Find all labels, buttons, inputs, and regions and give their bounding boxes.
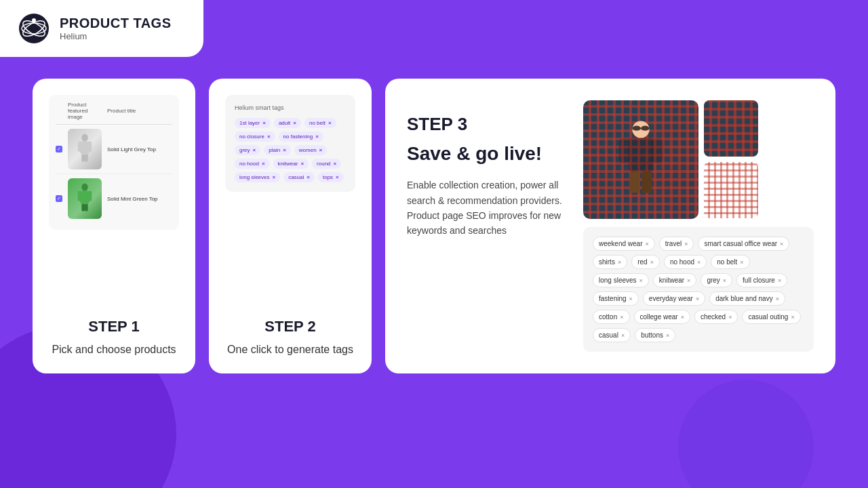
result-tag: dark blue and navy× [709, 291, 785, 306]
product-image-green [68, 178, 102, 219]
svg-rect-9 [81, 154, 85, 161]
product-tags-title: PRODUCT TAGS [60, 16, 172, 31]
result-tags-container: weekend wear×travel×smart casual office … [583, 227, 814, 352]
step2-card: Helium smart tags 1st layer×adult×no bel… [209, 79, 372, 373]
main-content: Product featured image Product title [0, 57, 868, 395]
silhouette-grey [75, 133, 94, 165]
product-name-1: Solid Light Grey Top [107, 146, 172, 152]
result-tag: shirts× [593, 255, 627, 269]
step2-tag: no closure× [235, 131, 275, 142]
step2-tag: 1st layer× [235, 118, 271, 128]
header: PRODUCT TAGS Helium [0, 0, 203, 57]
step2-tag: knitwear× [273, 159, 309, 169]
step2-tags-container: 1st layer×adult×no belt×no closure×no fa… [235, 118, 346, 182]
svg-rect-15 [81, 203, 85, 211]
svg-point-11 [81, 184, 87, 191]
svg-rect-12 [80, 191, 89, 204]
smart-tags-title: Helium smart tags [235, 104, 346, 111]
svg-point-23 [632, 125, 641, 130]
result-tag: everyday wear× [643, 291, 705, 306]
table-header: Product featured image Product title [56, 102, 172, 125]
step2-tag: long sleeves× [235, 172, 280, 182]
step2-tag: tops× [318, 172, 344, 182]
svg-rect-16 [85, 203, 88, 211]
step3-card: STEP 3 Save & go live! Enable collection… [385, 79, 835, 373]
svg-point-5 [81, 134, 87, 142]
svg-rect-20 [652, 138, 663, 163]
smart-tags-box: Helium smart tags 1st layer×adult×no bel… [225, 95, 355, 192]
step1-description: Pick and choose products [52, 342, 176, 357]
result-tag: red× [631, 255, 660, 269]
step2-tag: grey× [235, 145, 260, 155]
helium-logo-icon [16, 11, 52, 46]
svg-rect-10 [85, 154, 88, 161]
step2-tag: round× [312, 159, 341, 169]
svg-rect-8 [88, 142, 92, 152]
svg-rect-18 [629, 138, 653, 171]
header-text: PRODUCT TAGS Helium [60, 16, 172, 41]
result-tag: buttons× [635, 328, 675, 342]
product-photos [583, 100, 814, 219]
result-tag: casual× [593, 328, 631, 342]
col-title-header: Product title [107, 108, 172, 114]
step2-label: STEP 2 [227, 318, 353, 336]
step3-text: STEP 3 Save & go live! Enable collection… [407, 100, 567, 239]
step2-tag: plain× [264, 145, 291, 155]
step2-tag: no fastening× [279, 131, 323, 142]
result-tag: casual outing× [742, 310, 800, 324]
brand-name: Helium [60, 31, 172, 41]
product-photo-side [704, 100, 758, 219]
step3-label: STEP 3 [407, 114, 567, 135]
step2-tag: no hood× [235, 159, 270, 169]
product-checkbox-1[interactable] [56, 146, 62, 152]
product-image-grey [68, 129, 102, 169]
svg-rect-14 [88, 191, 92, 201]
table-row: Solid Light Grey Top [56, 125, 172, 174]
result-tag: smart casual office wear× [698, 237, 789, 251]
svg-rect-7 [78, 142, 82, 152]
product-name-2: Solid Mint Green Top [107, 196, 172, 202]
result-tag: cotton× [593, 310, 630, 324]
svg-point-24 [641, 125, 650, 130]
svg-rect-19 [619, 138, 630, 163]
svg-rect-22 [642, 171, 652, 193]
svg-rect-6 [80, 142, 89, 155]
product-photo-main [583, 100, 698, 219]
svg-rect-13 [78, 191, 82, 201]
figure-main [610, 119, 671, 201]
step1-text-group: STEP 1 Pick and choose products [52, 304, 176, 357]
result-tag: checked× [694, 310, 738, 324]
step2-description: One click to generate tags [227, 342, 353, 357]
col-img-header: Product featured image [68, 102, 102, 120]
result-tag: fastening× [593, 291, 639, 306]
step3-headline: Save & go live! [407, 140, 567, 167]
product-table: Product featured image Product title [49, 95, 179, 230]
step3-right: weekend wear×travel×smart casual office … [583, 100, 814, 352]
result-tag: college wear× [634, 310, 690, 324]
result-tag: no hood× [664, 255, 707, 269]
step2-tag: adult× [274, 118, 301, 128]
step2-text-group: STEP 2 One click to generate tags [227, 304, 353, 357]
svg-rect-21 [630, 171, 639, 193]
product-checkbox-2[interactable] [56, 195, 62, 202]
step2-tag: casual× [283, 172, 315, 182]
step1-label: STEP 1 [52, 318, 176, 336]
result-tag: travel× [659, 237, 694, 251]
result-tag: knitwear× [653, 273, 697, 287]
svg-point-0 [19, 14, 49, 43]
result-tag: long sleeves× [593, 273, 649, 287]
table-row: Solid Mint Green Top [56, 174, 172, 223]
silhouette-green [75, 182, 94, 215]
result-tag: full closure× [736, 273, 787, 287]
product-photo-small-1 [704, 100, 758, 157]
step2-tag: no belt× [304, 118, 336, 128]
step2-tag: women× [294, 145, 327, 155]
step3-description: Enable collection creation, power all se… [407, 178, 567, 239]
product-photo-small-2 [704, 162, 758, 218]
step1-card: Product featured image Product title [33, 79, 195, 373]
result-tag: grey× [701, 273, 732, 287]
result-tag: no belt× [711, 255, 749, 269]
result-tag: weekend wear× [593, 237, 655, 251]
